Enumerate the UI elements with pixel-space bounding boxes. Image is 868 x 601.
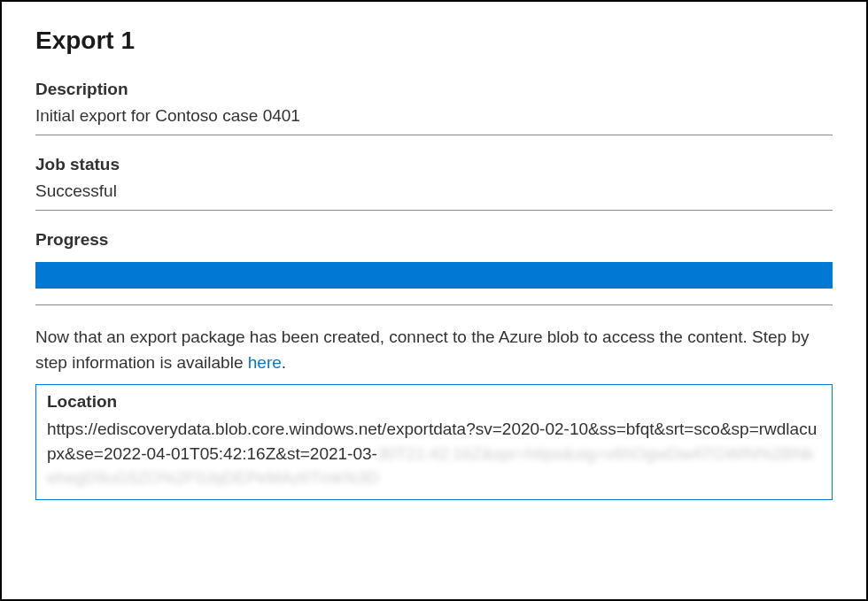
progress-bar-track	[35, 262, 833, 289]
location-url: https://ediscoverydata.blob.core.windows…	[47, 417, 821, 490]
instruction-text: Now that an export package has been crea…	[35, 325, 833, 375]
export-detail-panel: Export 1 Description Initial export for …	[0, 0, 868, 601]
job-status-label: Job status	[35, 155, 833, 174]
progress-bar-fill	[35, 262, 833, 289]
progress-divider	[35, 304, 833, 305]
job-status-field: Job status Successful	[35, 155, 833, 211]
description-field: Description Initial export for Contoso c…	[35, 80, 833, 135]
progress-bar-wrapper	[35, 262, 833, 289]
description-label: Description	[35, 80, 833, 99]
instruction-text-after: .	[282, 353, 286, 372]
instruction-text-before: Now that an export package has been crea…	[35, 327, 810, 372]
progress-field: Progress	[35, 230, 833, 305]
location-box[interactable]: Location https://ediscoverydata.blob.cor…	[35, 384, 833, 500]
instruction-link[interactable]: here	[248, 353, 282, 372]
progress-label: Progress	[35, 230, 833, 250]
panel-title: Export 1	[35, 27, 833, 55]
location-label: Location	[47, 392, 821, 412]
description-value: Initial export for Contoso case 0401	[35, 106, 833, 135]
job-status-value: Successful	[35, 181, 833, 211]
